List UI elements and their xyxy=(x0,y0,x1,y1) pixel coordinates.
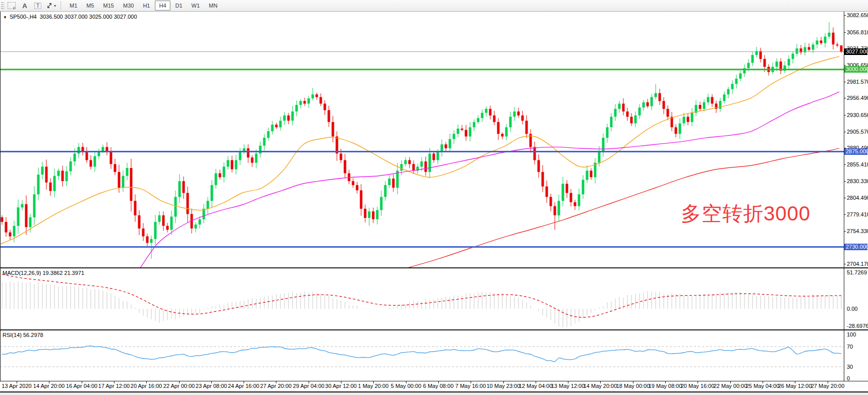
chart-title: ▼SP500-,H4 3036.500 3037.000 3025.000 30… xyxy=(3,14,137,20)
time-tick-label: 7 May 16:00 xyxy=(455,383,486,389)
price-tick-label: 2779.410 xyxy=(847,211,868,217)
time-tick-label: 10 May 23:00 xyxy=(487,383,520,389)
price-tick-label: 2754.330 xyxy=(847,228,868,234)
time-axis[interactable]: 13 Apr 202014 Apr 20:0016 Apr 04:0017 Ap… xyxy=(0,381,868,391)
rsi-label: RSI(14) 56.2978 xyxy=(3,332,43,338)
timeframe-button-h4[interactable]: H4 xyxy=(155,1,170,11)
timeframe-button-h1[interactable]: H1 xyxy=(139,1,154,11)
chart-ohlc-low: 3025.000 xyxy=(89,14,112,20)
price-axis-tick xyxy=(844,164,846,165)
timeframe-button-mn[interactable]: MN xyxy=(205,1,221,11)
time-tick-label: 20 May 16:00 xyxy=(681,383,715,389)
macd-label: MACD(12,26,9) 19.3862 21.3971 xyxy=(3,270,84,276)
macd-axis-label: 51.7269 xyxy=(847,269,867,275)
time-tick-label: 19 May 08:00 xyxy=(649,383,682,389)
hline-price-label: 3000.000 xyxy=(844,66,867,73)
arrows-glyph xyxy=(46,3,53,9)
timeframe-button-m5[interactable]: M5 xyxy=(82,1,98,11)
time-tick-label: 17 Apr 12:00 xyxy=(98,383,130,389)
price-axis-tick xyxy=(844,198,846,198)
macd-signal-line xyxy=(2,274,841,318)
rsi-plot[interactable] xyxy=(0,330,844,381)
price-axis-tick xyxy=(844,264,846,264)
rsi-axis-label: 70 xyxy=(847,344,853,350)
price-axis-tick xyxy=(844,132,846,132)
price-tick-label: 2956.490 xyxy=(847,95,868,101)
price-tick-label: 2830.330 xyxy=(847,178,868,184)
time-tick-label: 30 Apr 12:00 xyxy=(325,383,357,389)
chart-ohlc-high: 3037.000 xyxy=(65,14,88,20)
time-tick-label: 12 May 04:00 xyxy=(519,383,553,389)
rsi-line xyxy=(2,346,841,362)
toolbar: F A T ▾ M1M5M15M30H1H4D1W1MN xyxy=(0,0,868,12)
dropdown-caret-icon[interactable]: ▾ xyxy=(54,4,56,8)
time-tick-label: 29 Apr 04:00 xyxy=(293,383,324,389)
price-tick-label: 3082.650 xyxy=(847,12,868,18)
ma-mid-line xyxy=(140,92,839,267)
price-axis-tick xyxy=(844,231,846,232)
chart-ohlc-close: 3027.000 xyxy=(114,14,137,20)
price-axis-tick xyxy=(844,15,846,16)
macd-histogram xyxy=(2,281,841,327)
chart-left-border xyxy=(0,12,1,381)
rsi-axis-label: 30 xyxy=(847,364,853,370)
time-tick-label: 22 May 00:00 xyxy=(714,383,747,389)
time-tick-label: 14 May 20:00 xyxy=(584,383,617,389)
macd-value-signal: 21.3971 xyxy=(64,270,84,276)
time-tick-label: 26 May 12:00 xyxy=(778,383,812,389)
chart-ohlc-open: 3036.500 xyxy=(40,14,63,20)
price-axis-tick xyxy=(844,82,846,82)
time-tick-label: 1 May 20:00 xyxy=(358,383,389,389)
chart-dropdown-icon[interactable]: ▼ xyxy=(3,15,7,20)
rsi-axis-label: 100 xyxy=(847,331,856,337)
main-chart-plot[interactable] xyxy=(0,12,844,267)
mt4-chart-window: F A T ▾ M1M5M15M30H1H4D1W1MN ▼SP500-,H4 … xyxy=(0,0,868,395)
price-axis-tick xyxy=(844,98,846,98)
font-a-icon[interactable]: A xyxy=(19,1,30,10)
price-tick-label: 2981.570 xyxy=(847,79,868,85)
time-tick-label: 16 Apr 04:00 xyxy=(66,383,97,389)
macd-axis-label: 0.00 xyxy=(847,306,857,312)
timeframe-buttons: M1M5M15M30H1H4D1W1MN xyxy=(66,1,221,11)
time-tick-label: 5 May 00:00 xyxy=(391,383,422,389)
price-tick-label: 2855.410 xyxy=(847,161,868,167)
text-label-icon[interactable]: T xyxy=(32,1,43,10)
dotted-grid-f-icon[interactable]: F xyxy=(6,1,17,10)
macd-value-main: 19.3862 xyxy=(42,270,63,276)
time-tick-label: 24 Apr 16:00 xyxy=(228,383,259,389)
price-axis-tick xyxy=(844,181,846,182)
time-tick-label: 22 Apr 00:00 xyxy=(163,383,195,389)
time-tick-label: 18 May 00:00 xyxy=(616,383,650,389)
time-tick-label: 23 Apr 08:00 xyxy=(196,383,227,389)
rsi-axis-label: 0 xyxy=(847,375,850,381)
timeframe-button-d1[interactable]: D1 xyxy=(171,1,187,11)
price-tick-label: 3056.810 xyxy=(847,29,868,35)
time-tick-label: 13 Apr 2020 xyxy=(2,383,31,389)
time-tick-label: 27 May 20:00 xyxy=(811,383,845,389)
price-tick-label: 2804.490 xyxy=(847,195,868,201)
window-bottom-strip xyxy=(0,392,868,395)
time-tick-label: 27 Apr 20:00 xyxy=(260,383,292,389)
time-tick-label: 6 May 08:00 xyxy=(423,383,454,389)
toolbar-drag-handle[interactable] xyxy=(1,2,4,10)
rsi-value: 56.2978 xyxy=(23,332,43,338)
timeframe-button-m15[interactable]: M15 xyxy=(99,1,118,11)
cursor-arrows-icon[interactable]: ▾ xyxy=(45,1,56,10)
hline-price-label: 2875.000 xyxy=(844,148,867,155)
macd-plot[interactable] xyxy=(0,268,844,329)
annotation-text: 多空转折3000 xyxy=(681,200,811,228)
time-tick-label: 20 Apr 16:00 xyxy=(131,383,162,389)
timeframe-button-m30[interactable]: M30 xyxy=(119,1,138,11)
timeframe-button-w1[interactable]: W1 xyxy=(188,1,204,11)
price-axis-tick xyxy=(844,214,846,215)
time-tick-label: 13 May 12:00 xyxy=(551,383,585,389)
toolbar-separator xyxy=(61,2,62,10)
hline-price-label: 2730.000 xyxy=(844,244,867,250)
price-tick-label: 2704.170 xyxy=(847,261,868,267)
timeframe-button-m1[interactable]: M1 xyxy=(66,1,81,11)
price-tick-label: 2905.570 xyxy=(847,129,868,135)
chart-symbol-period: SP500-,H4 xyxy=(10,14,37,20)
price-axis-tick xyxy=(844,32,846,33)
price-axis-tick xyxy=(844,65,846,66)
price-axis-tick xyxy=(844,115,846,116)
